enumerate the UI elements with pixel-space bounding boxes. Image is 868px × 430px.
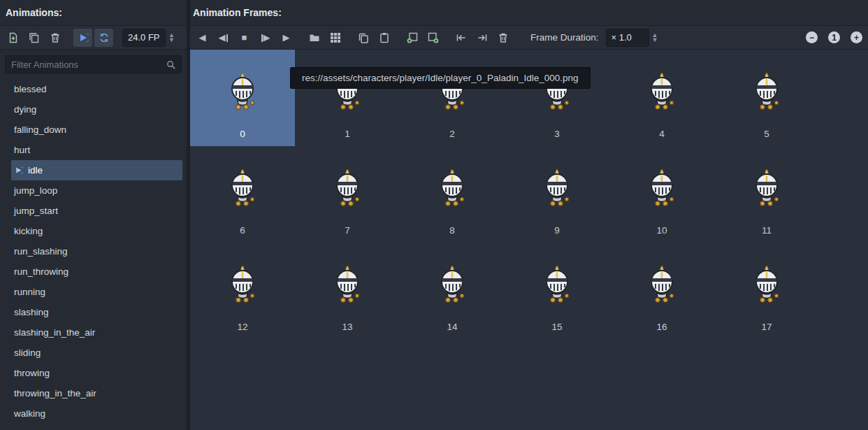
frame-duration-spinbox[interactable] (606, 29, 649, 47)
animation-list-item[interactable]: slashing_in_the_air (11, 322, 182, 343)
loop-icon (99, 32, 110, 43)
animation-list-item[interactable]: walking (11, 403, 182, 424)
paste-frame-button[interactable] (375, 29, 393, 47)
frame-index-label: 3 (554, 129, 560, 139)
frame-path-tooltip: res://assets/characters/player/Idle/play… (290, 67, 591, 89)
folder-icon (309, 32, 320, 43)
frame-index-label: 7 (345, 225, 350, 236)
frame-duration-spinner-arrows[interactable]: ▲ ▼ (652, 33, 658, 43)
animation-list-item[interactable]: idle (11, 160, 182, 180)
play-backwards-from-end-button[interactable]: ◀ (214, 29, 233, 47)
play-button[interactable]: ▶ (277, 29, 296, 47)
animation-name: jump_loop (14, 185, 57, 196)
copy-frame-button[interactable] (354, 29, 372, 47)
zoom-reset-button[interactable]: 1 (828, 31, 840, 43)
animation-list-item[interactable]: run_throwing (11, 261, 182, 282)
animation-name: throwing (14, 368, 50, 378)
paladin-sprite (332, 265, 363, 306)
paladin-sprite (751, 169, 782, 210)
insert-frame-after-button[interactable] (424, 29, 442, 47)
zoom-in-button[interactable]: + (851, 31, 862, 43)
frames-toolbar: ◀ ◀ ■ ▶ ▶ (190, 25, 868, 50)
frame-cell[interactable]: 8 (400, 146, 505, 243)
trash-icon (50, 32, 61, 43)
new-animation-button[interactable] (3, 29, 22, 47)
animation-list-item[interactable]: dying (11, 99, 182, 120)
frame-cell[interactable]: 12 (190, 243, 295, 339)
loop-toggle[interactable] (94, 29, 113, 47)
frames-area: 0 1 (190, 50, 868, 430)
animation-name: slashing (14, 307, 49, 317)
frame-cell[interactable]: 3 (505, 50, 609, 146)
move-frame-left-button[interactable] (451, 29, 470, 47)
animation-name: dying (14, 104, 36, 115)
copy-icon (358, 32, 369, 43)
spin-down-icon[interactable]: ▼ (168, 38, 175, 43)
animation-name: throwing_in_the_air (14, 388, 96, 399)
load-frames-button[interactable] (305, 29, 324, 47)
fps-spinbox[interactable] (122, 29, 166, 47)
frame-cell[interactable]: 10 (609, 146, 714, 243)
animation-list: blessed dying falling_down hurt (0, 79, 187, 424)
frame-cell[interactable]: 0 (190, 50, 295, 146)
animation-list-item[interactable]: falling_down (11, 120, 182, 140)
animation-list-item[interactable]: hurt (11, 140, 182, 160)
frame-cell[interactable]: 16 (609, 243, 714, 339)
delete-animation-button[interactable] (45, 29, 64, 47)
zoom-reset-icon: 1 (832, 33, 837, 43)
animation-name: hurt (14, 145, 30, 155)
trash-icon (498, 32, 509, 43)
frame-cell[interactable]: 9 (505, 146, 609, 243)
play-backwards-from-end-icon: ◀ (219, 33, 229, 42)
frame-cell[interactable]: 1 (295, 50, 400, 146)
frame-index-label: 12 (237, 322, 247, 332)
paladin-sprite (646, 265, 677, 306)
frame-index-label: 15 (551, 322, 562, 332)
play-from-start-button[interactable]: ▶ (256, 29, 275, 47)
frame-cell[interactable]: 2 (400, 50, 505, 146)
autoplay-indicator-icon (14, 166, 23, 175)
duplicate-animation-button[interactable] (24, 29, 43, 47)
animation-list-item[interactable]: sliding (11, 343, 182, 363)
frame-cell[interactable]: 13 (295, 243, 400, 339)
frame-cell[interactable]: 14 (400, 243, 505, 339)
animation-list-item[interactable]: throwing (11, 363, 182, 383)
frame-grid: 0 1 (190, 50, 819, 339)
animations-panel-title: Animations: (6, 7, 62, 18)
delete-frame-button[interactable] (493, 29, 512, 47)
search-icon (166, 59, 176, 70)
animation-list-item[interactable]: throwing_in_the_air (11, 383, 182, 403)
animation-list-item[interactable]: jump_start (11, 201, 182, 221)
zoom-out-icon: − (809, 33, 814, 43)
filter-animations-box (5, 55, 182, 73)
animation-list-item[interactable]: kicking (11, 221, 182, 241)
autoplay-on-start-toggle[interactable] (73, 29, 92, 47)
animation-list-item[interactable]: run_slashing (11, 241, 182, 261)
move-right-icon (477, 32, 488, 43)
zoom-out-button[interactable]: − (806, 31, 818, 43)
filter-animations-input[interactable] (6, 59, 166, 70)
frame-cell[interactable]: 7 (295, 146, 400, 243)
animation-list-item[interactable]: slashing (11, 302, 182, 322)
add-frames-from-sheet-button[interactable] (326, 29, 345, 47)
frame-index-label: 10 (656, 225, 667, 236)
frame-index-label: 14 (447, 322, 457, 332)
frame-cell[interactable]: 6 (190, 146, 295, 243)
insert-before-icon (407, 32, 418, 43)
spin-down-icon[interactable]: ▼ (652, 38, 658, 43)
insert-frame-before-button[interactable] (403, 29, 421, 47)
frame-cell[interactable]: 15 (505, 243, 609, 339)
move-frame-right-button[interactable] (472, 29, 491, 47)
animation-list-item[interactable]: blessed (11, 79, 182, 99)
stop-button[interactable]: ■ (235, 29, 254, 47)
animation-list-item[interactable]: running (11, 282, 182, 302)
paste-icon (379, 32, 390, 43)
animation-name: run_throwing (14, 266, 68, 277)
frame-cell[interactable]: 11 (714, 146, 819, 243)
frame-cell[interactable]: 17 (714, 243, 819, 339)
animation-list-item[interactable]: jump_loop (11, 180, 182, 201)
play-backwards-button[interactable]: ◀ (193, 29, 212, 47)
frame-cell[interactable]: 5 (714, 50, 819, 146)
frame-cell[interactable]: 4 (609, 50, 714, 146)
fps-spinner-arrows[interactable]: ▲ ▼ (168, 33, 175, 43)
